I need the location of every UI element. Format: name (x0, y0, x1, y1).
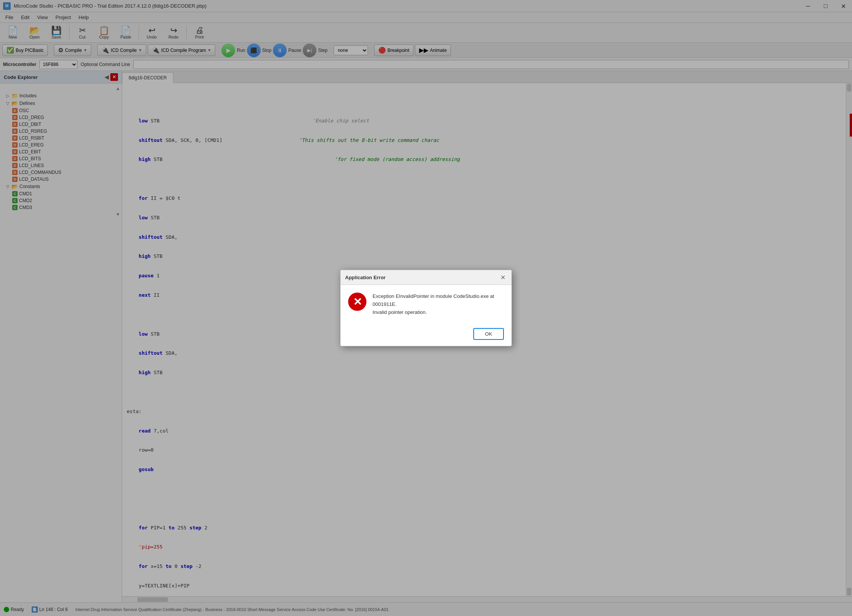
dialog-message-line1: Exception EInvalidPointer in module Code… (373, 293, 504, 301)
dialog-footer: OK (340, 324, 512, 346)
dialog-titlebar: Application Error ✕ (340, 270, 512, 285)
dialog-title: Application Error (345, 275, 386, 280)
dialog-overlay: Application Error ✕ ✕ Exception EInvalid… (0, 0, 852, 616)
dialog-close-button[interactable]: ✕ (499, 273, 507, 281)
dialog-ok-button[interactable]: OK (473, 328, 504, 340)
dialog-body: ✕ Exception EInvalidPointer in module Co… (340, 285, 512, 324)
dialog-message-line2: 0001911E. (373, 301, 504, 309)
error-icon: ✕ (348, 293, 366, 311)
application-error-dialog: Application Error ✕ ✕ Exception EInvalid… (340, 270, 512, 346)
dialog-message-line3: Invalid pointer operation. (373, 309, 504, 317)
dialog-message: Exception EInvalidPointer in module Code… (373, 293, 504, 316)
